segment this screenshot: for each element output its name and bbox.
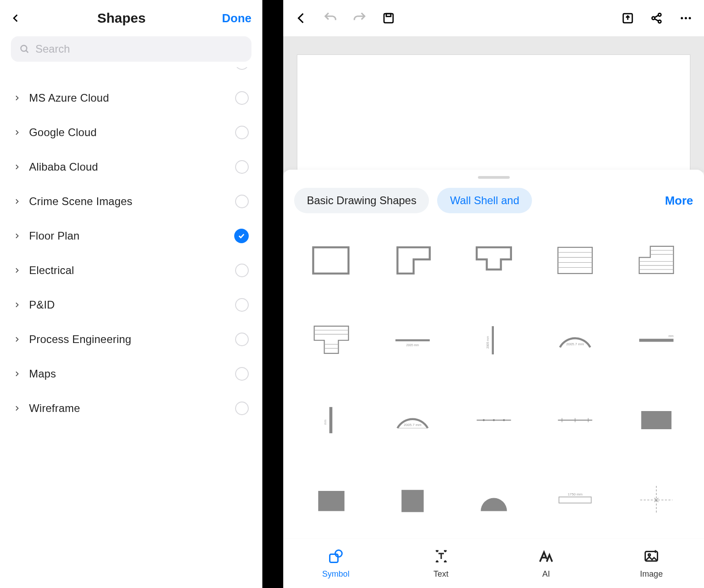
undo-button[interactable] bbox=[321, 9, 340, 27]
shape-room-t-shape[interactable] bbox=[458, 229, 529, 292]
ai-icon bbox=[538, 548, 554, 567]
drawing-canvas[interactable] bbox=[297, 54, 690, 172]
more-link[interactable]: More bbox=[665, 194, 693, 208]
shape-room-l-shape[interactable] bbox=[377, 229, 448, 292]
shape-slab-fill[interactable] bbox=[621, 388, 691, 452]
bottom-nav: SymbolTextAIImage bbox=[283, 538, 704, 588]
list-item[interactable]: Electrical bbox=[0, 253, 262, 288]
svg-point-6 bbox=[658, 13, 661, 16]
search-input[interactable] bbox=[35, 43, 243, 55]
export-button[interactable] bbox=[619, 9, 637, 27]
list-item[interactable]: Google Cloud bbox=[0, 115, 262, 150]
chevron-right-icon bbox=[14, 198, 20, 205]
shape-arc-door[interactable] bbox=[377, 388, 448, 452]
svg-point-12 bbox=[689, 17, 691, 20]
shape-room-lined-l[interactable] bbox=[621, 229, 691, 292]
list-item[interactable]: Process Engineering bbox=[0, 322, 262, 357]
shape-wall-horiz[interactable] bbox=[377, 309, 448, 372]
shape-beam[interactable] bbox=[621, 309, 691, 372]
radio-unchecked-icon[interactable] bbox=[235, 367, 249, 381]
svg-line-8 bbox=[655, 15, 658, 18]
radio-unchecked-icon[interactable] bbox=[235, 402, 249, 415]
done-button[interactable]: Done bbox=[222, 11, 251, 25]
symbol-icon bbox=[328, 548, 344, 567]
search-icon bbox=[19, 44, 30, 54]
category-chip[interactable]: Wall Shell and bbox=[437, 188, 532, 213]
chevron-right-icon bbox=[14, 95, 20, 101]
radio-unchecked-icon[interactable] bbox=[235, 298, 249, 312]
radio-unchecked-icon[interactable] bbox=[235, 195, 249, 208]
list-item-label: Google Cloud bbox=[29, 126, 235, 139]
radio-unchecked-icon[interactable] bbox=[235, 333, 249, 346]
nav-symbol[interactable]: Symbol bbox=[283, 539, 389, 588]
back-button[interactable] bbox=[292, 9, 310, 27]
category-chip[interactable]: Basic Drawing Shapes bbox=[294, 188, 429, 213]
shape-room-lined[interactable] bbox=[540, 229, 610, 292]
shape-room-rect[interactable] bbox=[296, 229, 366, 292]
radio-checked-icon[interactable] bbox=[234, 229, 249, 243]
shape-grid-span2[interactable] bbox=[540, 388, 610, 452]
svg-rect-3 bbox=[386, 14, 391, 16]
nav-label: Symbol bbox=[322, 569, 350, 579]
list-item[interactable]: MS Azure Cloud bbox=[0, 81, 262, 115]
shapes-library-pane: Shapes Done Amazon Web Services MS Azure… bbox=[0, 0, 262, 588]
radio-unchecked-icon[interactable] bbox=[235, 91, 249, 105]
category-chips: Basic Drawing ShapesWall Shell and More bbox=[283, 188, 704, 222]
svg-point-16 bbox=[648, 554, 650, 556]
list-item-label: Alibaba Cloud bbox=[29, 161, 235, 173]
editor-toolbar bbox=[283, 0, 704, 36]
list-item[interactable]: Wireframe bbox=[0, 391, 262, 426]
page-title: Shapes bbox=[21, 10, 222, 26]
svg-point-10 bbox=[681, 17, 683, 20]
shape-dim-label[interactable] bbox=[540, 468, 610, 532]
list-item-label: MS Azure Cloud bbox=[29, 92, 235, 104]
list-item-label: Amazon Web Services bbox=[29, 67, 235, 69]
save-button[interactable] bbox=[379, 9, 398, 27]
shapes-header: Shapes Done bbox=[0, 0, 262, 36]
radio-unchecked-icon[interactable] bbox=[235, 126, 249, 139]
back-button[interactable] bbox=[11, 13, 21, 23]
canvas-area[interactable] bbox=[283, 36, 704, 172]
list-item[interactable]: Floor Plan bbox=[0, 219, 262, 253]
shape-circle-fill[interactable] bbox=[458, 468, 529, 532]
chevron-right-icon bbox=[14, 336, 20, 343]
svg-line-9 bbox=[655, 19, 658, 21]
editor-pane: Basic Drawing ShapesWall Shell and More … bbox=[283, 0, 704, 588]
shape-center-mark[interactable] bbox=[621, 468, 691, 532]
list-item-label: Electrical bbox=[29, 264, 235, 277]
svg-point-5 bbox=[652, 17, 655, 20]
redo-button[interactable] bbox=[350, 9, 369, 27]
shape-slab-fill3[interactable] bbox=[377, 468, 448, 532]
nav-label: Image bbox=[640, 569, 663, 579]
chevron-right-icon bbox=[14, 267, 20, 274]
shape-room-t-down[interactable] bbox=[296, 309, 366, 372]
chevron-right-icon bbox=[14, 302, 20, 308]
list-item[interactable]: Amazon Web Services bbox=[0, 67, 262, 81]
svg-rect-2 bbox=[384, 14, 393, 23]
shape-column-vert[interactable] bbox=[296, 388, 366, 452]
shape-arc-wall[interactable] bbox=[540, 309, 610, 372]
nav-text[interactable]: Text bbox=[389, 539, 494, 588]
shape-category-list[interactable]: Amazon Web Services MS Azure Cloud Googl… bbox=[0, 67, 262, 587]
more-button[interactable] bbox=[677, 9, 695, 27]
svg-point-0 bbox=[21, 45, 27, 51]
list-item[interactable]: Alibaba Cloud bbox=[0, 150, 262, 184]
shape-grid-span1[interactable] bbox=[458, 388, 529, 452]
shape-wall-vert[interactable] bbox=[458, 309, 529, 372]
share-button[interactable] bbox=[648, 9, 666, 27]
list-item-label: P&ID bbox=[29, 299, 235, 311]
list-item[interactable]: P&ID bbox=[0, 288, 262, 322]
svg-point-7 bbox=[658, 20, 661, 23]
radio-unchecked-icon[interactable] bbox=[235, 67, 249, 70]
shape-slab-fill2[interactable] bbox=[296, 468, 366, 532]
nav-ai[interactable]: AI bbox=[494, 539, 599, 588]
radio-unchecked-icon[interactable] bbox=[235, 160, 249, 174]
nav-image[interactable]: Image bbox=[599, 539, 704, 588]
list-item-label: Wireframe bbox=[29, 402, 235, 415]
radio-unchecked-icon[interactable] bbox=[235, 264, 249, 277]
list-item[interactable]: Maps bbox=[0, 357, 262, 391]
list-item[interactable]: Crime Scene Images bbox=[0, 184, 262, 219]
drag-handle[interactable] bbox=[478, 176, 510, 179]
search-field[interactable] bbox=[11, 36, 251, 62]
chevron-right-icon bbox=[14, 164, 20, 170]
